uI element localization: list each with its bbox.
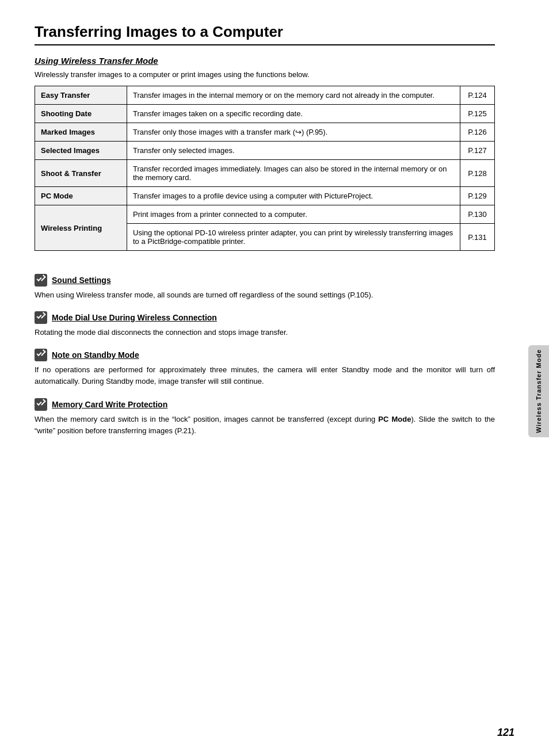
table-row: Easy Transfer Transfer images in the int… — [35, 86, 495, 105]
title-divider — [35, 44, 495, 45]
note-block-sound-settings: Sound SettingsWhen using Wireless transf… — [35, 274, 495, 301]
row-label: Shooting Date — [35, 105, 127, 123]
row-label: Marked Images — [35, 123, 127, 142]
note-heading-row: Sound Settings — [35, 274, 495, 287]
row-page: P.131 — [460, 224, 495, 251]
note-body: If no operations are performed for appro… — [35, 364, 495, 387]
table-row: Shoot & Transfer Transfer recorded image… — [35, 160, 495, 187]
row-label: Shoot & Transfer — [35, 160, 127, 187]
row-page: P.126 — [460, 123, 495, 142]
section-heading: Using Wireless Transfer Mode — [35, 56, 495, 66]
table-row: Marked Images Transfer only those images… — [35, 123, 495, 142]
row-page: P.124 — [460, 86, 495, 105]
row-label: Selected Images — [35, 142, 127, 160]
note-heading-text: Note on Standby Mode — [52, 350, 139, 360]
row-page: P.128 — [460, 160, 495, 187]
note-heading-row: Note on Standby Mode — [35, 349, 495, 361]
row-desc: Print images from a printer connected to… — [127, 205, 460, 224]
page-container: Transferring Images to a Computer Using … — [0, 0, 529, 470]
transfer-table: Easy Transfer Transfer images in the int… — [35, 86, 495, 251]
row-page: P.127 — [460, 142, 495, 160]
row-desc: Transfer recorded images immediately. Im… — [127, 160, 460, 187]
page-title: Transferring Images to a Computer — [35, 23, 495, 41]
row-label: Wireless Printing — [35, 205, 127, 251]
note-block-mode-dial: Mode Dial Use During Wireless Connection… — [35, 311, 495, 338]
note-heading-row: Mode Dial Use During Wireless Connection — [35, 311, 495, 324]
table-row: PC Mode Transfer images to a profile dev… — [35, 187, 495, 205]
page-number: 121 — [497, 727, 514, 739]
row-page: P.125 — [460, 105, 495, 123]
note-block-standby-mode: Note on Standby ModeIf no operations are… — [35, 349, 495, 387]
row-desc: Using the optional PD-10 wireless printe… — [127, 224, 460, 251]
table-row: Wireless Printing Print images from a pr… — [35, 205, 495, 224]
note-heading-text: Mode Dial Use During Wireless Connection — [52, 313, 217, 322]
row-desc: Transfer images in the internal memory o… — [127, 86, 460, 105]
note-body: When the memory card switch is in the “l… — [35, 414, 495, 437]
row-label: Easy Transfer — [35, 86, 127, 105]
check-icon — [35, 398, 47, 411]
side-tab: Wireless Transfer Mode — [528, 345, 549, 437]
row-desc: Transfer images to a profile device usin… — [127, 187, 460, 205]
table-row: Selected Images Transfer only selected i… — [35, 142, 495, 160]
intro-text: Wirelessly transfer images to a computer… — [35, 70, 495, 79]
note-heading-row: Memory Card Write Protection — [35, 398, 495, 411]
row-page: P.130 — [460, 205, 495, 224]
note-block-memory-card: Memory Card Write ProtectionWhen the mem… — [35, 398, 495, 437]
notes-area: Sound SettingsWhen using Wireless transf… — [35, 274, 495, 437]
check-icon — [35, 274, 47, 287]
note-body: Rotating the mode dial disconnects the c… — [35, 327, 495, 338]
row-desc: Transfer images taken on a specific reco… — [127, 105, 460, 123]
note-heading-text: Sound Settings — [52, 276, 111, 285]
note-heading-text: Memory Card Write Protection — [52, 400, 167, 409]
note-body: When using Wireless transfer mode, all s… — [35, 289, 495, 301]
row-page: P.129 — [460, 187, 495, 205]
row-desc: Transfer only those images with a transf… — [127, 123, 460, 142]
row-label: PC Mode — [35, 187, 127, 205]
check-icon — [35, 349, 47, 361]
side-tab-label: Wireless Transfer Mode — [535, 349, 542, 433]
table-row: Shooting Date Transfer images taken on a… — [35, 105, 495, 123]
check-icon — [35, 311, 47, 324]
row-desc: Transfer only selected images. — [127, 142, 460, 160]
